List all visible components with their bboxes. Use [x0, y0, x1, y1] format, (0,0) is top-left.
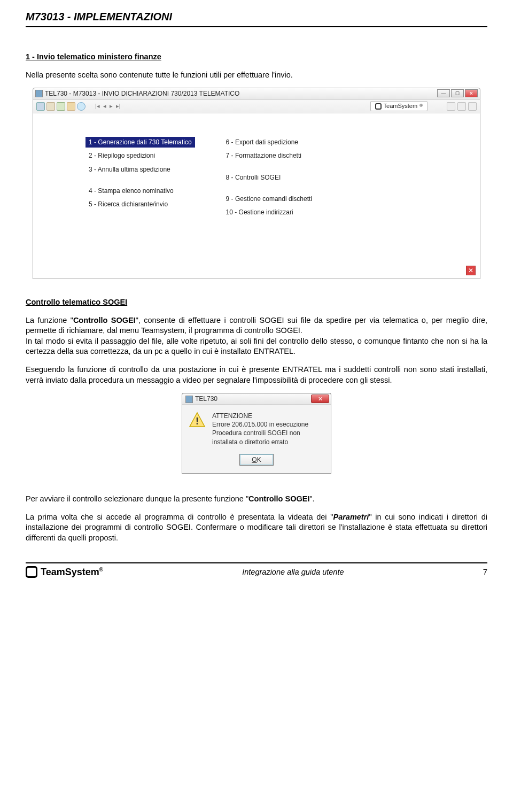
toolbar-right-icon-1[interactable]: [447, 102, 455, 111]
nav-next-icon[interactable]: ▸: [110, 102, 113, 110]
menu-item-9[interactable]: 9 - Gestione comandi dischetti: [223, 194, 315, 204]
nav-prev-icon[interactable]: ◂: [103, 102, 106, 110]
section-2-para-1: La funzione "Controllo SOGEI", consente …: [26, 315, 487, 357]
brand-chip-label: TeamSystem: [384, 102, 418, 110]
dialog-heading: ATTENZIONE: [212, 412, 308, 420]
teamsystem-logo-icon: [375, 103, 382, 110]
dialog-message: ATTENZIONE Errore 206.015.000 in esecuzi…: [212, 412, 308, 446]
dialog-titlebar: TEL730 ✕: [182, 393, 331, 405]
footer-center-text: Integrazione alla guida utente: [242, 567, 344, 578]
toolbar-icon-3[interactable]: [57, 102, 65, 111]
dialog-line-2: Procedura controlli SOGEI non: [212, 429, 308, 437]
page-footer: TeamSystem® Integrazione alla guida uten…: [26, 563, 487, 578]
menu-item-4[interactable]: 4 - Stampa elenco nominativo: [86, 185, 195, 196]
dialog-line-3: installata o direttorio errato: [212, 438, 308, 446]
dialog-body: ! ATTENZIONE Errore 206.015.000 in esecu…: [182, 405, 331, 474]
section-2-title: Controllo telematico SOGEI: [26, 297, 487, 308]
app-toolbar: |◂ ◂ ▸ ▸| TeamSystem®: [33, 99, 480, 113]
dialog-app-icon: [185, 396, 193, 403]
toolbar-right-group: [447, 102, 477, 111]
menu-item-2[interactable]: 2 - Riepilogo spedizioni: [86, 150, 195, 161]
app-window: TEL730 - M73013 - INVIO DICHIARAZIONI 73…: [33, 88, 480, 279]
section-3-para-1: Per avviare il controllo selezionare dun…: [26, 494, 487, 505]
toolbar-right-icon-3[interactable]: [468, 102, 477, 111]
section-2-para-2: Eseguendo la funzione di controllo da un…: [26, 365, 487, 385]
window-minimize-button[interactable]: —: [437, 89, 450, 97]
nav-last-icon[interactable]: ▸|: [116, 102, 121, 110]
section-3-para-2: La prima volta che si accede al programm…: [26, 512, 487, 544]
footer-page-number: 7: [483, 567, 487, 577]
window-maximize-button[interactable]: ☐: [451, 89, 464, 97]
help-icon[interactable]: [77, 102, 86, 111]
warning-icon: !: [189, 412, 206, 429]
teamsystem-logo-icon: [26, 566, 37, 578]
nav-first-icon[interactable]: |◂: [95, 102, 100, 110]
menu-item-10[interactable]: 10 - Gestione indirizzari: [223, 207, 315, 218]
dialog-line-1: Errore 206.015.000 in esecuzione: [212, 420, 308, 429]
toolbar-right-icon-2[interactable]: [457, 102, 466, 111]
document-title: M73013 - IMPLEMENTAZIONI: [26, 10, 487, 24]
window-close-button[interactable]: ✕: [465, 89, 478, 97]
app-body: 1 - Generazione dati 730 Telematico 2 - …: [33, 113, 480, 279]
menu-item-5[interactable]: 5 - Ricerca dichiarante/invio: [86, 199, 195, 210]
dialog-window: TEL730 ✕ ! ATTENZIONE Errore 206.015.000…: [182, 393, 331, 474]
toolbar-left-group: [36, 102, 86, 111]
menu-column-right: 6 - Export dati spedizione 7 - Formattaz…: [223, 137, 315, 218]
app-title: TEL730 - M73013 - INVIO DICHIARAZIONI 73…: [45, 89, 239, 98]
menu-item-3[interactable]: 3 - Annulla ultima spedizione: [86, 164, 195, 175]
menu-columns: 1 - Generazione dati 730 Telematico 2 - …: [44, 137, 469, 218]
footer-brand: TeamSystem®: [26, 566, 103, 578]
app-icon: [35, 90, 43, 97]
print-icon[interactable]: [67, 102, 75, 111]
toolbar-icon-2[interactable]: [46, 102, 55, 111]
title-rule: [26, 26, 487, 27]
panel-close-icon[interactable]: ✕: [466, 266, 476, 275]
section-1-title: 1 - Invio telematico ministero finanze: [26, 52, 487, 63]
dialog-close-button[interactable]: ✕: [311, 395, 329, 403]
menu-item-1[interactable]: 1 - Generazione dati 730 Telematico: [86, 137, 195, 148]
app-titlebar: TEL730 - M73013 - INVIO DICHIARAZIONI 73…: [33, 88, 480, 99]
section-1-intro: Nella presente scelta sono contenute tut…: [26, 70, 487, 81]
menu-item-6[interactable]: 6 - Export dati spedizione: [223, 137, 315, 148]
svg-text:!: !: [196, 416, 199, 427]
brand-chip: TeamSystem®: [370, 101, 428, 111]
menu-item-8[interactable]: 8 - Controlli SOGEI: [223, 172, 315, 183]
window-controls: — ☐ ✕: [437, 89, 478, 97]
nav-group: |◂ ◂ ▸ ▸|: [95, 102, 121, 110]
dialog-ok-button[interactable]: OK: [239, 454, 273, 466]
menu-item-7[interactable]: 7 - Formattazione dischetti: [223, 150, 315, 161]
dialog-title: TEL730: [195, 395, 217, 403]
menu-column-left: 1 - Generazione dati 730 Telematico 2 - …: [86, 137, 195, 218]
toolbar-icon-1[interactable]: [36, 102, 45, 111]
